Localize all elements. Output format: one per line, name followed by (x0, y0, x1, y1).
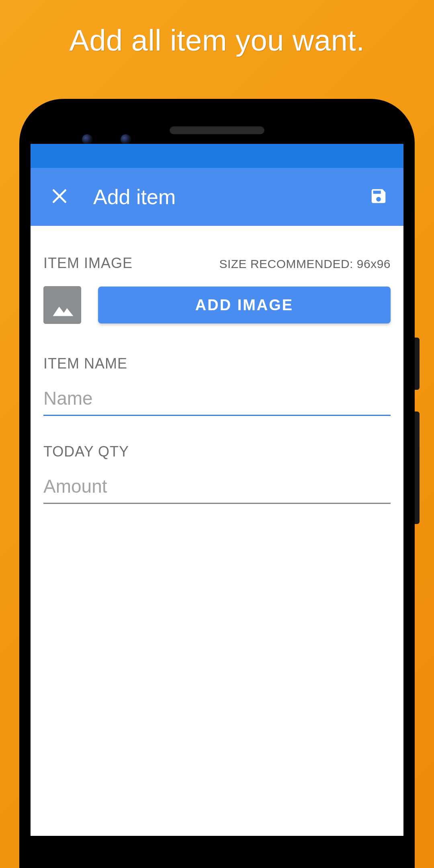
item-image-label: ITEM IMAGE (43, 255, 133, 272)
page-title: Add item (93, 185, 364, 209)
item-name-field: ITEM NAME (43, 355, 391, 416)
phone-camera (82, 134, 92, 145)
add-image-button-label: ADD IMAGE (195, 297, 293, 314)
phone-side-button (415, 338, 420, 390)
item-name-input[interactable] (43, 383, 391, 416)
save-button[interactable] (364, 182, 393, 211)
app-screen: Add item ITEM IMAGE SIZE RECOMMENDED: 96… (31, 144, 403, 836)
add-image-button[interactable]: ADD IMAGE (98, 287, 391, 323)
app-bar: Add item (31, 168, 403, 226)
item-image-row: ADD IMAGE (43, 286, 391, 324)
today-qty-label: TODAY QTY (43, 443, 391, 460)
item-name-label: ITEM NAME (43, 355, 391, 372)
today-qty-field: TODAY QTY (43, 443, 391, 504)
image-size-hint: SIZE RECOMMENDED: 96x96 (219, 257, 391, 271)
save-icon (369, 187, 388, 207)
phone-side-button (415, 411, 420, 524)
promo-heading: Add all item you want. (0, 23, 434, 57)
status-bar (31, 144, 403, 168)
phone-bezel: Add item ITEM IMAGE SIZE RECOMMENDED: 96… (31, 109, 403, 868)
phone-earpiece (170, 126, 264, 134)
svg-rect-2 (43, 286, 81, 324)
phone-frame: Add item ITEM IMAGE SIZE RECOMMENDED: 96… (19, 99, 415, 868)
item-image-header-row: ITEM IMAGE SIZE RECOMMENDED: 96x96 (43, 255, 391, 272)
close-button[interactable] (45, 182, 74, 211)
form-content: ITEM IMAGE SIZE RECOMMENDED: 96x96 A (31, 226, 403, 504)
today-qty-input[interactable] (43, 471, 391, 504)
close-icon (51, 187, 68, 207)
phone-camera (121, 134, 131, 145)
image-placeholder[interactable] (43, 286, 81, 324)
